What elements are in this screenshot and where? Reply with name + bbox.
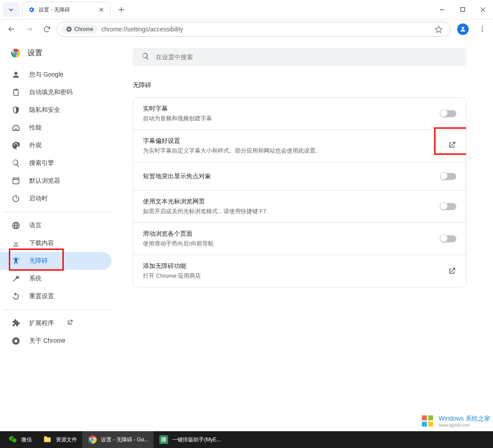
sidebar-label: 重置设置: [29, 292, 54, 300]
sidebar-item-downloads[interactable]: 下载内容: [4, 234, 112, 252]
svg-point-4: [482, 29, 483, 30]
browser-tab[interactable]: 设置 - 无障碍: [22, 2, 111, 18]
live-caption-toggle[interactable]: [440, 110, 456, 117]
globe-icon: [12, 221, 20, 230]
sidebar-label: 隐私和安全: [29, 106, 60, 114]
svg-point-9: [14, 52, 16, 54]
sidebar-item-you-google[interactable]: 您与 Google: [4, 66, 112, 84]
sidebar-label: 无障碍: [29, 257, 48, 265]
sidebar-divider: [4, 212, 112, 212]
watermark-main: Windows 系统之家: [439, 415, 490, 423]
focus-highlight-toggle[interactable]: [440, 173, 456, 180]
row-desc: 为实时字幕自定义字幕大小和样式。部分应用和网站也会使用此设置。: [143, 147, 447, 155]
sidebar-item-accessibility[interactable]: 无障碍: [0, 252, 112, 270]
sidebar-item-reset[interactable]: 重置设置: [4, 287, 112, 305]
svg-point-11: [15, 340, 18, 343]
row-desc: 自动为音频和视频创建字幕: [143, 115, 440, 123]
row-caption-prefs[interactable]: 字幕偏好设置 为实时字幕自定义字幕大小和样式。部分应用和网站也会使用此设置。: [133, 130, 466, 162]
tab-title: 设置 - 无障碍: [39, 6, 98, 14]
settings-main: 无障碍 实时字幕 自动为音频和视频创建字幕 字幕偏好设置 为实时字幕自定义字幕大…: [115, 39, 493, 431]
external-link-icon[interactable]: [447, 143, 456, 151]
app-icon: 排: [159, 435, 169, 444]
sidebar-item-system[interactable]: 系统: [4, 270, 112, 287]
plus-icon: [118, 7, 124, 13]
sidebar-label: 扩展程序: [29, 319, 54, 327]
sidebar-label: 默认浏览器: [29, 177, 60, 185]
close-icon: [99, 8, 104, 12]
maximize-icon: [460, 7, 465, 12]
taskbar-label: 资源文件: [56, 436, 77, 444]
sidebar-label: 启动时: [29, 195, 48, 203]
star-icon: [435, 25, 443, 33]
row-title: 使用文本光标浏览网页: [143, 198, 440, 206]
sidebar-title: 设置: [27, 48, 42, 58]
reload-button[interactable]: [39, 21, 55, 37]
taskbar-item-app[interactable]: 排 一键排版助手(MyE...: [154, 431, 226, 448]
download-icon: [12, 239, 20, 248]
row-title: 滑动浏览各个页面: [143, 230, 440, 238]
forward-button[interactable]: [21, 21, 37, 37]
chrome-logo-icon: [11, 48, 20, 58]
site-info-chip[interactable]: Chrome: [62, 24, 98, 34]
url-text: chrome://settings/accessibility: [101, 26, 183, 33]
svg-rect-12: [422, 415, 427, 420]
sidebar-item-extensions[interactable]: 扩展程序: [4, 314, 112, 332]
row-desc: 使用滑动手势向后/向前导航: [143, 240, 440, 248]
row-title: 添加无障碍功能: [143, 262, 447, 270]
window-titlebar: 设置 - 无障碍: [0, 0, 493, 19]
new-tab-button[interactable]: [115, 4, 127, 16]
caret-browsing-toggle[interactable]: [440, 203, 456, 210]
taskbar-label: 一键排版助手(MyE...: [172, 436, 221, 444]
speedometer-icon: [12, 123, 20, 132]
settings-search[interactable]: [133, 48, 466, 66]
row-live-caption: 实时字幕 自动为音频和视频创建字幕: [133, 98, 466, 130]
maximize-button[interactable]: [452, 0, 473, 19]
row-desc: 打开 Chrome 应用商店: [143, 272, 447, 280]
tab-close-button[interactable]: [98, 6, 105, 13]
sidebar-item-autofill[interactable]: 自动填充和密码: [4, 84, 112, 101]
search-input[interactable]: [156, 54, 458, 61]
profile-button[interactable]: [456, 22, 470, 36]
row-add-accessibility[interactable]: 添加无障碍功能 打开 Chrome 应用商店: [133, 255, 466, 287]
person-icon: [12, 70, 20, 79]
browser-icon: [12, 176, 20, 185]
bookmark-button[interactable]: [431, 22, 446, 36]
sidebar-item-privacy[interactable]: 隐私和安全: [4, 101, 112, 119]
sidebar-label: 外观: [29, 142, 42, 149]
watermark-sub: www.bjjmlv.com: [439, 423, 490, 428]
sidebar-item-appearance[interactable]: 外观: [4, 137, 112, 154]
sidebar-item-default-browser[interactable]: 默认浏览器: [4, 172, 112, 190]
search-icon: [142, 52, 150, 62]
arrow-left-icon: [8, 25, 15, 33]
taskbar-item-chrome[interactable]: 设置 - 无障碍 - Go...: [82, 431, 154, 448]
sidebar-label: 系统: [29, 275, 42, 283]
search-icon: [12, 159, 20, 168]
browser-menu-button[interactable]: [475, 22, 489, 36]
row-focus-highlight: 短暂地突出显示焦点对象: [133, 162, 466, 191]
sidebar-item-performance[interactable]: 性能: [4, 119, 112, 137]
taskbar-item-wechat[interactable]: 微信: [3, 431, 37, 448]
reset-icon: [12, 292, 20, 301]
accessibility-icon: [12, 257, 20, 265]
close-window-button[interactable]: [473, 0, 493, 19]
back-button[interactable]: [4, 21, 19, 37]
minimize-icon: [439, 7, 445, 12]
minimize-button[interactable]: [432, 0, 452, 19]
folder-icon: [42, 435, 52, 444]
swipe-nav-toggle[interactable]: [440, 235, 456, 242]
taskbar-item-folder[interactable]: 资源文件: [37, 431, 82, 448]
svg-rect-13: [428, 415, 433, 420]
sidebar-item-startup[interactable]: 启动时: [4, 190, 112, 207]
wrench-icon: [12, 274, 20, 283]
sidebar-item-about[interactable]: 关于 Chrome: [4, 332, 112, 350]
chrome-icon: [88, 435, 97, 444]
sidebar-item-language[interactable]: 语言: [4, 217, 112, 234]
sidebar-item-search-engine[interactable]: 搜索引擎: [4, 154, 112, 172]
watermark: Windows 系统之家 www.bjjmlv.com: [419, 413, 490, 429]
external-link-icon[interactable]: [447, 267, 456, 276]
url-bar[interactable]: Chrome chrome://settings/accessibility: [57, 22, 451, 37]
window-controls: [432, 0, 493, 19]
address-bar: Chrome chrome://settings/accessibility: [0, 19, 493, 39]
sidebar-divider: [4, 310, 112, 310]
tab-dropdown-button[interactable]: [3, 3, 19, 17]
